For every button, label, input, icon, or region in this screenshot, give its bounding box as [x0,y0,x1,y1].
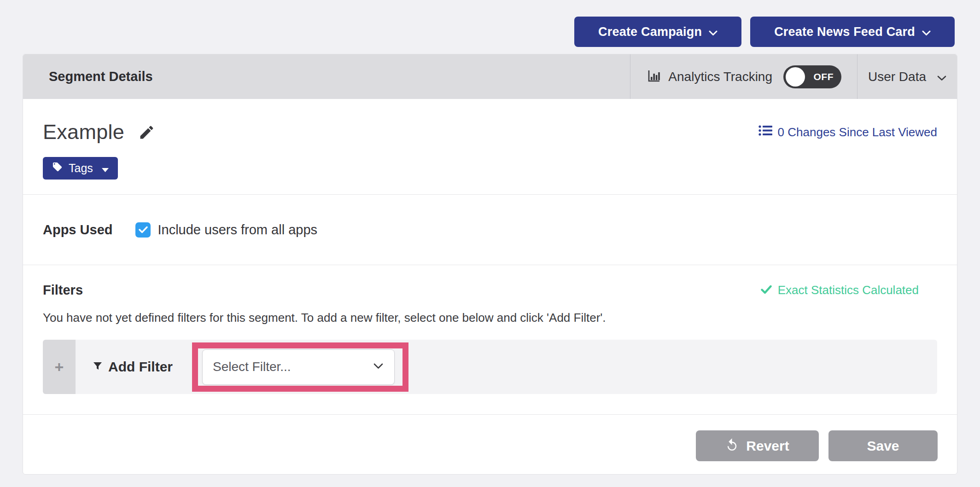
revert-button[interactable]: Revert [696,430,819,461]
segment-name: Example [43,120,124,144]
changes-since-last-viewed-link[interactable]: 0 Changes Since Last Viewed [758,125,937,139]
check-icon [761,283,772,297]
save-label: Save [867,438,899,454]
create-campaign-button[interactable]: Create Campaign [574,17,741,47]
filters-heading: Filters [43,283,83,298]
title-section: Example 0 Changes Since Last Viewed T [23,99,957,194]
include-all-apps-checkbox[interactable] [135,222,151,238]
edit-pencil-icon[interactable] [138,124,155,141]
filters-section: Filters Exact Statistics Calculated You … [23,265,957,414]
user-data-dropdown[interactable]: User Data [858,54,957,99]
exact-statistics-status: Exact Statistics Calculated [761,283,937,297]
save-button[interactable]: Save [828,430,938,461]
plus-icon: + [55,358,64,376]
segment-details-card: Segment Details Analytics Tracking OFF U… [23,54,957,475]
header-spacer [153,54,630,99]
select-filter-dropdown[interactable]: Select Filter... [202,349,395,385]
create-news-feed-card-button[interactable]: Create News Feed Card [750,17,955,47]
bar-chart-icon [646,69,661,85]
title-row: Example 0 Changes Since Last Viewed [43,120,937,144]
chevron-down-icon [709,25,718,39]
add-filter-label: Add Filter [108,359,173,375]
card-header: Segment Details Analytics Tracking OFF U… [23,54,957,99]
exact-statistics-label: Exact Statistics Calculated [778,283,919,297]
chevron-down-icon [922,25,931,39]
caret-down-icon [102,162,109,175]
add-filter-row: + Add Filter Select Filter... [43,340,937,394]
top-bar: Create Campaign Create News Feed Card [0,0,980,54]
apps-used-label: Apps Used [43,222,112,238]
add-filter-plus-button[interactable]: + [43,340,76,394]
toggle-knob [786,67,805,87]
changes-link-label: 0 Changes Since Last Viewed [778,125,937,139]
page-title: Segment Details [23,69,153,84]
footer-actions: Revert Save [23,415,957,475]
toggle-state-label: OFF [814,71,834,82]
apps-used-section: Apps Used Include users from all apps [23,195,957,265]
funnel-icon [92,359,103,375]
tags-button[interactable]: Tags [43,157,118,180]
chevron-down-icon [937,70,946,84]
revert-label: Revert [746,438,789,454]
add-filter-label-group: Add Filter [92,359,173,375]
revert-icon [725,438,739,454]
filters-head-row: Filters Exact Statistics Calculated [43,283,937,298]
filters-description: You have not yet defined filters for thi… [43,311,937,325]
analytics-tracking-toggle[interactable]: OFF [783,65,841,88]
include-all-apps-label: Include users from all apps [158,222,317,238]
tags-label: Tags [69,162,93,175]
create-campaign-label: Create Campaign [598,25,702,39]
create-news-feed-card-label: Create News Feed Card [774,25,915,39]
chevron-down-icon [373,363,383,371]
user-data-label: User Data [868,70,926,84]
changelog-list-icon [758,125,772,139]
analytics-tracking-label: Analytics Tracking [668,70,772,84]
select-filter-highlight: Select Filter... [192,342,408,392]
filter-row-body: Add Filter Select Filter... [76,340,937,394]
analytics-tracking-section: Analytics Tracking OFF [630,54,858,99]
tag-icon [52,162,63,175]
select-filter-placeholder: Select Filter... [213,359,291,374]
